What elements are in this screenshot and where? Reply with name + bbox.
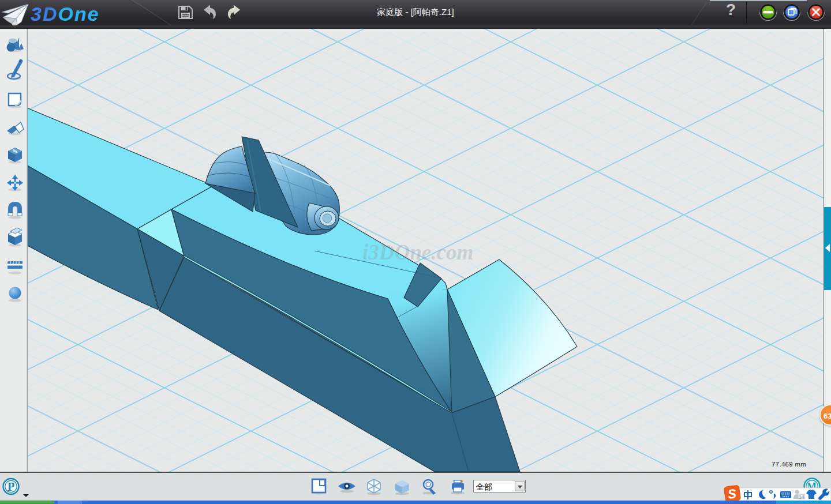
svg-text:14: 14	[799, 494, 804, 500]
svg-text:i3DOne.com: i3DOne.com	[362, 240, 473, 264]
svg-text:P: P	[8, 480, 14, 493]
svg-text:3DOne: 3DOne	[31, 3, 100, 25]
